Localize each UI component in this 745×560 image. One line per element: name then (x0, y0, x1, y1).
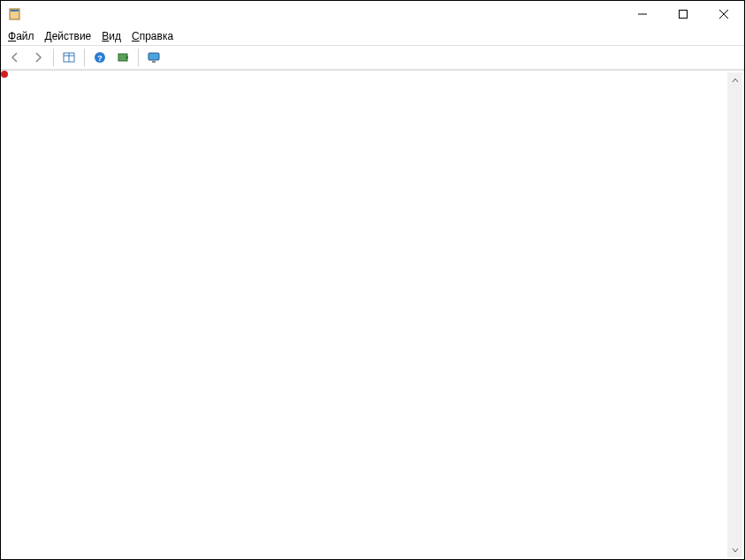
minimize-button[interactable] (622, 1, 663, 27)
menu-help[interactable]: Справка (132, 30, 173, 42)
device-tree[interactable] (3, 72, 727, 557)
scroll-down-button[interactable] (727, 542, 742, 557)
detail-view-button[interactable] (58, 47, 80, 68)
app-icon (8, 7, 22, 21)
toolbar (1, 45, 744, 70)
vertical-scrollbar[interactable] (727, 72, 742, 557)
help-button[interactable] (89, 47, 110, 68)
close-button[interactable] (703, 1, 744, 27)
scan-button[interactable] (112, 47, 133, 68)
forward-button[interactable] (27, 47, 49, 68)
menu-bar: Файл Действие Вид Справка (1, 27, 744, 45)
content-area (1, 70, 744, 559)
toolbar-separator (84, 49, 85, 66)
menu-action[interactable]: Действие (45, 30, 92, 42)
back-button[interactable] (4, 47, 26, 68)
scroll-up-button[interactable] (727, 72, 742, 87)
svg-line-16 (719, 10, 728, 19)
menu-file[interactable]: Файл (8, 30, 34, 42)
menu-view[interactable]: Вид (102, 30, 121, 42)
maximize-button[interactable] (663, 1, 703, 27)
svg-line-17 (719, 10, 728, 19)
toolbar-separator (53, 49, 54, 66)
title-bar (1, 1, 744, 27)
monitor-button[interactable] (143, 47, 164, 68)
toolbar-separator (138, 49, 139, 66)
svg-rect-15 (680, 11, 688, 19)
